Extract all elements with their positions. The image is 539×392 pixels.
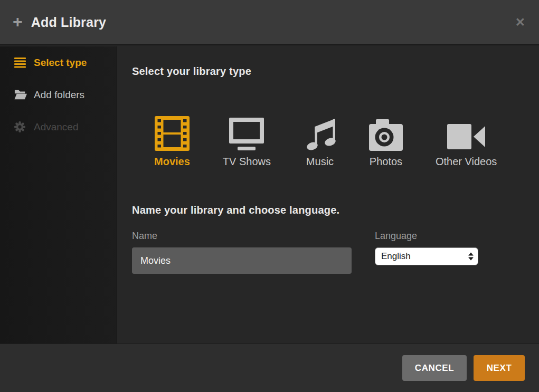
language-label: Language (375, 231, 478, 242)
list-icon (14, 57, 27, 69)
language-select-wrap: English (375, 247, 478, 265)
camera-icon (369, 115, 403, 151)
music-note-icon (304, 115, 336, 151)
name-label: Name (132, 231, 352, 242)
sidebar-item-label: Advanced (34, 121, 79, 133)
sidebar-item-add-folders[interactable]: Add folders (0, 79, 117, 111)
library-type-tv-shows[interactable]: TV Shows (223, 115, 271, 168)
tv-icon (228, 115, 266, 151)
sidebar-item-select-type[interactable]: Select type (0, 46, 117, 79)
dialog-footer: CANCEL NEXT (0, 343, 539, 392)
library-type-row: Movies TV Shows (154, 115, 523, 168)
close-icon[interactable]: ✕ (515, 16, 525, 28)
film-icon (155, 115, 190, 151)
folder-icon (14, 89, 27, 101)
language-select[interactable]: English (375, 247, 478, 265)
library-type-label: Photos (370, 156, 402, 168)
dialog-title: Add Library (31, 15, 107, 30)
library-type-label: Movies (154, 156, 190, 168)
dialog-header: + Add Library ✕ (0, 0, 539, 45)
plus-icon: + (13, 13, 23, 30)
sidebar-item-label: Select type (34, 57, 87, 69)
name-language-heading: Name your library and choose language. (132, 204, 523, 216)
library-type-movies[interactable]: Movies (154, 115, 190, 168)
next-button[interactable]: NEXT (474, 355, 525, 381)
sidebar: Select type Add folders (0, 46, 117, 343)
sidebar-item-label: Add folders (34, 89, 84, 101)
library-type-heading: Select your library type (132, 65, 523, 78)
main-content: Select your library type (117, 46, 539, 343)
cancel-button[interactable]: CANCEL (402, 355, 467, 381)
language-field-group: Language English (375, 231, 478, 274)
name-input[interactable] (132, 247, 352, 274)
fields-row: Name Language English (132, 231, 523, 274)
name-field-group: Name (132, 231, 352, 274)
library-type-music[interactable]: Music (304, 115, 336, 168)
library-type-photos[interactable]: Photos (369, 115, 403, 168)
sidebar-item-advanced: Advanced (0, 111, 117, 143)
library-type-other-videos[interactable]: Other Videos (436, 115, 497, 168)
library-type-label: TV Shows (223, 156, 271, 168)
library-type-label: Music (306, 156, 334, 168)
video-camera-icon (447, 115, 485, 151)
gear-icon (14, 121, 27, 133)
library-type-label: Other Videos (436, 156, 497, 168)
